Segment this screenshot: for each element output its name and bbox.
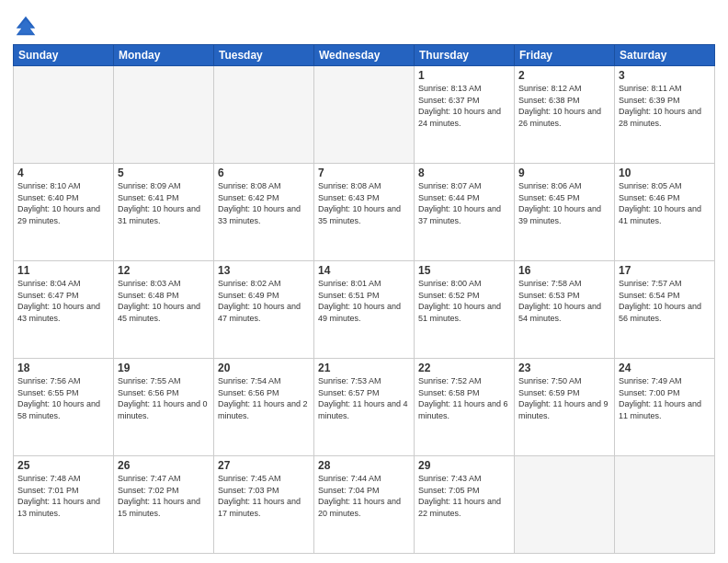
calendar-cell (615, 456, 715, 554)
calendar-cell: 3Sunrise: 8:11 AM Sunset: 6:39 PM Daylig… (615, 66, 715, 164)
day-number: 3 (619, 69, 711, 82)
week-row-2: 11Sunrise: 8:04 AM Sunset: 6:47 PM Dayli… (14, 261, 715, 359)
svg-marker-1 (18, 19, 34, 33)
calendar-cell: 25Sunrise: 7:48 AM Sunset: 7:01 PM Dayli… (14, 456, 114, 554)
day-info: Sunrise: 8:02 AM Sunset: 6:49 PM Dayligh… (218, 278, 310, 324)
day-number: 15 (418, 264, 510, 277)
week-row-1: 4Sunrise: 8:10 AM Sunset: 6:40 PM Daylig… (14, 164, 715, 261)
weekday-sunday: Sunday (14, 45, 114, 66)
day-number: 28 (318, 459, 410, 472)
weekday-friday: Friday (515, 45, 615, 66)
weekday-tuesday: Tuesday (214, 45, 314, 66)
day-info: Sunrise: 7:56 AM Sunset: 6:55 PM Dayligh… (17, 375, 109, 421)
day-info: Sunrise: 7:48 AM Sunset: 7:01 PM Dayligh… (17, 473, 109, 519)
day-info: Sunrise: 7:54 AM Sunset: 6:56 PM Dayligh… (218, 375, 310, 421)
day-number: 14 (318, 264, 410, 277)
day-info: Sunrise: 8:08 AM Sunset: 6:43 PM Dayligh… (318, 180, 410, 226)
calendar-cell (515, 456, 615, 554)
calendar-cell: 8Sunrise: 8:07 AM Sunset: 6:44 PM Daylig… (415, 164, 515, 261)
day-number: 5 (118, 167, 210, 179)
calendar-cell: 22Sunrise: 7:52 AM Sunset: 6:58 PM Dayli… (415, 359, 515, 456)
day-info: Sunrise: 7:44 AM Sunset: 7:04 PM Dayligh… (318, 473, 410, 519)
calendar-cell (314, 66, 415, 164)
calendar-cell: 26Sunrise: 7:47 AM Sunset: 7:02 PM Dayli… (114, 456, 214, 554)
page: SundayMondayTuesdayWednesdayThursdayFrid… (0, 0, 728, 563)
week-row-0: 1Sunrise: 8:13 AM Sunset: 6:37 PM Daylig… (14, 66, 715, 164)
day-info: Sunrise: 7:53 AM Sunset: 6:57 PM Dayligh… (318, 375, 410, 421)
day-info: Sunrise: 7:58 AM Sunset: 6:53 PM Dayligh… (518, 278, 610, 324)
calendar-cell: 24Sunrise: 7:49 AM Sunset: 7:00 PM Dayli… (615, 359, 715, 456)
day-info: Sunrise: 7:52 AM Sunset: 6:58 PM Dayligh… (418, 375, 510, 421)
day-number: 24 (619, 362, 711, 374)
day-info: Sunrise: 7:47 AM Sunset: 7:02 PM Dayligh… (118, 473, 210, 519)
calendar-cell: 9Sunrise: 8:06 AM Sunset: 6:45 PM Daylig… (515, 164, 615, 261)
calendar-cell: 16Sunrise: 7:58 AM Sunset: 6:53 PM Dayli… (515, 261, 615, 359)
day-number: 9 (518, 167, 610, 179)
calendar-cell: 5Sunrise: 8:09 AM Sunset: 6:41 PM Daylig… (114, 164, 214, 261)
day-number: 16 (518, 264, 610, 277)
calendar-cell: 20Sunrise: 7:54 AM Sunset: 6:56 PM Dayli… (214, 359, 314, 456)
day-info: Sunrise: 8:00 AM Sunset: 6:52 PM Dayligh… (418, 278, 510, 324)
day-info: Sunrise: 8:12 AM Sunset: 6:38 PM Dayligh… (518, 83, 610, 129)
day-info: Sunrise: 7:50 AM Sunset: 6:59 PM Dayligh… (518, 375, 610, 421)
day-number: 22 (418, 362, 510, 374)
day-number: 26 (118, 459, 210, 472)
calendar-table: SundayMondayTuesdayWednesdayThursdayFrid… (13, 44, 715, 554)
calendar-cell: 12Sunrise: 8:03 AM Sunset: 6:48 PM Dayli… (114, 261, 214, 359)
day-number: 21 (318, 362, 410, 374)
day-info: Sunrise: 8:06 AM Sunset: 6:45 PM Dayligh… (518, 180, 610, 226)
day-number: 29 (418, 459, 510, 472)
calendar-cell: 29Sunrise: 7:43 AM Sunset: 7:05 PM Dayli… (415, 456, 515, 554)
day-number: 23 (518, 362, 610, 374)
calendar-cell: 28Sunrise: 7:44 AM Sunset: 7:04 PM Dayli… (314, 456, 415, 554)
header (13, 9, 715, 39)
calendar-cell (214, 66, 314, 164)
calendar-cell: 19Sunrise: 7:55 AM Sunset: 6:56 PM Dayli… (114, 359, 214, 456)
calendar-cell: 7Sunrise: 8:08 AM Sunset: 6:43 PM Daylig… (314, 164, 415, 261)
calendar-cell: 17Sunrise: 7:57 AM Sunset: 6:54 PM Dayli… (615, 261, 715, 359)
weekday-header-row: SundayMondayTuesdayWednesdayThursdayFrid… (14, 45, 715, 66)
day-info: Sunrise: 8:01 AM Sunset: 6:51 PM Dayligh… (318, 278, 410, 324)
day-number: 27 (218, 459, 310, 472)
calendar-cell: 23Sunrise: 7:50 AM Sunset: 6:59 PM Dayli… (515, 359, 615, 456)
logo (13, 13, 42, 39)
weekday-wednesday: Wednesday (314, 45, 415, 66)
day-number: 11 (17, 264, 109, 277)
calendar-cell (14, 66, 114, 164)
day-number: 7 (318, 167, 410, 179)
weekday-saturday: Saturday (615, 45, 715, 66)
calendar-cell: 14Sunrise: 8:01 AM Sunset: 6:51 PM Dayli… (314, 261, 415, 359)
day-number: 4 (17, 167, 109, 179)
day-info: Sunrise: 8:13 AM Sunset: 6:37 PM Dayligh… (418, 83, 510, 129)
day-info: Sunrise: 8:10 AM Sunset: 6:40 PM Dayligh… (17, 180, 109, 226)
calendar-cell: 10Sunrise: 8:05 AM Sunset: 6:46 PM Dayli… (615, 164, 715, 261)
day-number: 13 (218, 264, 310, 277)
day-number: 2 (518, 69, 610, 82)
day-info: Sunrise: 8:05 AM Sunset: 6:46 PM Dayligh… (619, 180, 711, 226)
day-info: Sunrise: 8:03 AM Sunset: 6:48 PM Dayligh… (118, 278, 210, 324)
day-number: 12 (118, 264, 210, 277)
day-info: Sunrise: 8:08 AM Sunset: 6:42 PM Dayligh… (218, 180, 310, 226)
calendar-cell: 6Sunrise: 8:08 AM Sunset: 6:42 PM Daylig… (214, 164, 314, 261)
day-info: Sunrise: 7:45 AM Sunset: 7:03 PM Dayligh… (218, 473, 310, 519)
day-number: 17 (619, 264, 711, 277)
day-number: 10 (619, 167, 711, 179)
day-info: Sunrise: 8:09 AM Sunset: 6:41 PM Dayligh… (118, 180, 210, 226)
weekday-monday: Monday (114, 45, 214, 66)
calendar-cell: 15Sunrise: 8:00 AM Sunset: 6:52 PM Dayli… (415, 261, 515, 359)
day-number: 8 (418, 167, 510, 179)
day-number: 20 (218, 362, 310, 374)
calendar-cell: 13Sunrise: 8:02 AM Sunset: 6:49 PM Dayli… (214, 261, 314, 359)
day-number: 6 (218, 167, 310, 179)
week-row-4: 25Sunrise: 7:48 AM Sunset: 7:01 PM Dayli… (14, 456, 715, 554)
calendar-cell: 1Sunrise: 8:13 AM Sunset: 6:37 PM Daylig… (415, 66, 515, 164)
calendar-cell: 4Sunrise: 8:10 AM Sunset: 6:40 PM Daylig… (14, 164, 114, 261)
calendar-cell (114, 66, 214, 164)
day-number: 19 (118, 362, 210, 374)
day-info: Sunrise: 8:11 AM Sunset: 6:39 PM Dayligh… (619, 83, 711, 129)
day-number: 25 (17, 459, 109, 472)
calendar-cell: 18Sunrise: 7:56 AM Sunset: 6:55 PM Dayli… (14, 359, 114, 456)
day-info: Sunrise: 7:57 AM Sunset: 6:54 PM Dayligh… (619, 278, 711, 324)
day-info: Sunrise: 7:49 AM Sunset: 7:00 PM Dayligh… (619, 375, 711, 421)
week-row-3: 18Sunrise: 7:56 AM Sunset: 6:55 PM Dayli… (14, 359, 715, 456)
